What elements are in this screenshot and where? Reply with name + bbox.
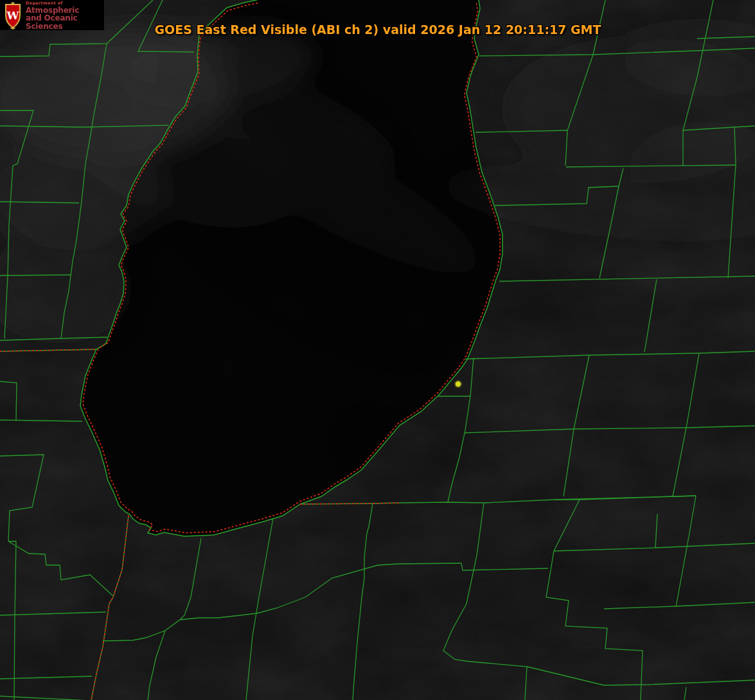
- logo-text-block: Department of Atmospheric and Oceanic Sc…: [26, 0, 104, 30]
- satellite-viewer: W Department of Atmospheric and Oceanic …: [0, 0, 755, 700]
- crest-letter: W: [6, 9, 19, 22]
- satellite-map-image: [0, 0, 755, 700]
- logo-department-line: Department of: [26, 1, 104, 6]
- image-title: GOES East Red Visible (ABI ch 2) valid 2…: [155, 22, 601, 37]
- uw-aos-logo: W Department of Atmospheric and Oceanic …: [0, 0, 104, 30]
- uw-crest-icon: W: [3, 1, 22, 30]
- logo-line-oceanic: and Oceanic Sciences: [26, 14, 104, 30]
- station-marker-dot: [456, 381, 461, 387]
- crest-ornament-bottom: [10, 28, 16, 30]
